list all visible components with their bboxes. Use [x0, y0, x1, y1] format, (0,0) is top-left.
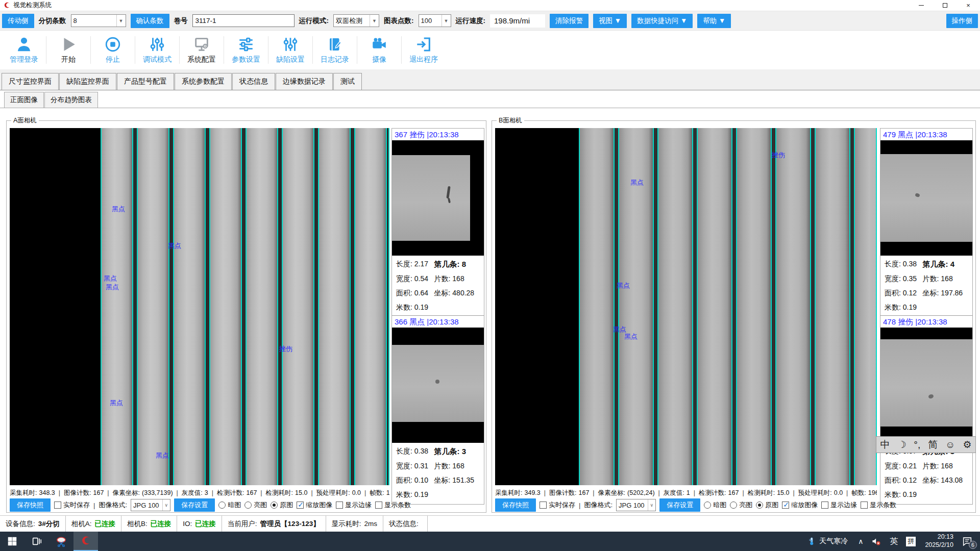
- lang-indicator[interactable]: 英: [886, 532, 902, 551]
- realtime-save-checkbox[interactable]: 实时保存: [54, 500, 90, 510]
- maximize-button[interactable]: [933, 0, 957, 11]
- save-snapshot-button[interactable]: 保存快照: [495, 498, 536, 512]
- chart-points-select[interactable]: 100▼: [419, 14, 451, 27]
- snipping-tool-button[interactable]: [49, 532, 74, 551]
- panel-status-line: 采集耗时:349.3图像计数:167像素坐标:(5202,24)灰度值:1检测计…: [495, 488, 877, 497]
- ime-simplified-mode[interactable]: 简: [928, 438, 938, 452]
- status-segment: 相机A:已连接: [66, 516, 121, 532]
- user-icon: [15, 36, 33, 53]
- show-edge-checkbox[interactable]: 显示边缘: [821, 500, 857, 510]
- volume-muted-icon[interactable]: [867, 532, 886, 551]
- film-image-a[interactable]: 黑点黑点黑点黑点挫伤黑点黑点: [10, 128, 389, 485]
- toolbar-item-param-settings[interactable]: 参数设置: [224, 36, 268, 64]
- show-strip-count-checkbox[interactable]: 显示条数: [375, 500, 411, 510]
- defect-thumbnail: [880, 328, 972, 443]
- drive-side-button[interactable]: 传动侧: [2, 14, 34, 28]
- param-settings-icon: [237, 36, 255, 53]
- snipping-tool-icon: [56, 536, 67, 547]
- radio-dark-image[interactable]: 暗图: [218, 500, 241, 510]
- status-segment: 显示耗时:2ms: [326, 516, 383, 532]
- main-tab[interactable]: 系统参数配置: [175, 73, 232, 90]
- weather-widget[interactable]: 天气寒冷: [801, 532, 854, 551]
- confirm-count-button[interactable]: 确认条数: [131, 14, 169, 28]
- data-quick-access-button[interactable]: 数据快捷访问 ▼: [631, 14, 693, 28]
- main-tab[interactable]: 缺陷监控界面: [59, 73, 116, 90]
- radio-bright-image[interactable]: 亮图: [730, 500, 752, 510]
- ime-chinese-mode[interactable]: 中: [880, 438, 890, 452]
- view-menu-button[interactable]: 视图 ▼: [593, 14, 627, 28]
- debug-mode-icon: [149, 36, 166, 53]
- top-toolbar: 传动侧 分切条数 8▼ 确认条数 卷号 运行模式: 双面检测▼ 图表点数: 10…: [0, 11, 980, 31]
- sub-tab[interactable]: 分布趋势图表: [44, 92, 98, 108]
- help-menu-button[interactable]: 帮助 ▼: [697, 14, 731, 28]
- app-logo-icon: [3, 2, 11, 9]
- close-button[interactable]: ×: [957, 0, 980, 11]
- slit-count-select[interactable]: 8▼: [71, 14, 126, 27]
- toolbar-item-system-config[interactable]: 系统配置: [180, 36, 224, 64]
- play-icon: [60, 36, 77, 53]
- radio-dark-image[interactable]: 暗图: [704, 500, 726, 510]
- image-format-label: 图像格式:: [584, 500, 612, 510]
- defect-title: 367 挫伤 |20:13:38: [392, 129, 484, 140]
- exit-icon: [415, 36, 432, 53]
- toolbar-item-stop[interactable]: 停止: [91, 36, 135, 64]
- image-format-select[interactable]: JPG 100∨: [616, 499, 656, 511]
- camera-a-title: A面相机: [11, 116, 39, 125]
- main-tab-strip: 尺寸监控界面缺陷监控界面产品型号配置系统参数配置状态信息边缘数据记录测试: [0, 71, 980, 90]
- toolbar-item-start[interactable]: 开始: [46, 36, 90, 64]
- show-strip-count-checkbox[interactable]: 显示条数: [861, 500, 896, 510]
- main-tab[interactable]: 边缘数据记录: [276, 73, 333, 90]
- zoom-image-checkbox[interactable]: 缩放图像: [782, 500, 818, 510]
- ime-settings-icon[interactable]: ⚙: [963, 439, 971, 450]
- sub-tab-strip: 正面图像分布趋势图表: [0, 91, 980, 108]
- clear-alarm-button[interactable]: 清除报警: [550, 14, 589, 28]
- clock[interactable]: 20:13 2025/2/10: [920, 533, 959, 549]
- run-mode-select[interactable]: 双面检测▼: [333, 14, 379, 27]
- realtime-save-checkbox[interactable]: 实时保存: [540, 500, 575, 510]
- app-taskbar-icon[interactable]: [74, 532, 98, 551]
- start-button[interactable]: [0, 532, 24, 551]
- panel-controls: 保存快照 实时保存 | 图像格式: JPG 100∨ 保存设置 暗图 亮图 原图…: [495, 498, 877, 512]
- toolbar-item-debug-mode[interactable]: 调试模式: [135, 36, 179, 64]
- icon-toolbar: 管理登录 开始 停止 调试模式 系统配置 参数设置 缺陷设置 日志记录: [0, 31, 980, 69]
- radio-original-image[interactable]: 原图: [756, 500, 778, 510]
- defect-thumbnail: [392, 140, 484, 256]
- main-tab[interactable]: 产品型号配置: [117, 73, 174, 90]
- app-title: 视觉检测系统: [13, 1, 52, 10]
- zoom-image-checkbox[interactable]: 缩放图像: [297, 500, 332, 510]
- save-settings-button[interactable]: 保存设置: [174, 498, 215, 512]
- notification-center-button[interactable]: 6: [959, 532, 980, 551]
- task-view-button[interactable]: [24, 532, 49, 551]
- main-tab[interactable]: 尺寸监控界面: [2, 73, 59, 90]
- defect-thumbnail: [880, 140, 972, 256]
- chart-points-label: 图表点数:: [384, 16, 414, 26]
- tray-expand-caret[interactable]: ∧: [854, 532, 867, 551]
- main-tab[interactable]: 测试: [333, 73, 362, 90]
- defect-label: 黑点: [624, 332, 638, 341]
- roll-number-input[interactable]: [192, 14, 295, 27]
- radio-bright-image[interactable]: 亮图: [244, 500, 267, 510]
- sub-tab[interactable]: 正面图像: [4, 92, 44, 108]
- show-edge-checkbox[interactable]: 显示边缘: [336, 500, 372, 510]
- toolbar-item-log[interactable]: 日志记录: [313, 36, 357, 64]
- image-format-select[interactable]: JPG 100∨: [131, 499, 170, 511]
- toolbar-item-admin-login[interactable]: 管理登录: [2, 36, 46, 64]
- radio-original-image[interactable]: 原图: [271, 500, 293, 510]
- weather-text: 天气寒冷: [819, 537, 848, 546]
- toolbar-item-defect-settings[interactable]: 缺陷设置: [268, 36, 312, 64]
- defect-label: 挫伤: [279, 344, 292, 354]
- defect-title: 366 黑点 |20:13:38: [392, 316, 484, 328]
- toolbar-item-exit[interactable]: 退出程序: [402, 36, 446, 64]
- save-settings-button[interactable]: 保存设置: [659, 498, 700, 512]
- save-snapshot-button[interactable]: 保存快照: [10, 498, 51, 512]
- operate-side-button[interactable]: 操作侧: [946, 14, 978, 28]
- ime-pinyin-icon[interactable]: 拼: [902, 532, 920, 551]
- camera-b-title: B面相机: [497, 116, 524, 125]
- minimize-button[interactable]: [910, 0, 933, 11]
- ime-fullwidth-moon-icon[interactable]: ☽: [897, 439, 906, 450]
- ime-emoji-icon[interactable]: ☺: [945, 439, 955, 450]
- ime-punctuation-mode[interactable]: °,: [914, 439, 920, 450]
- toolbar-item-camera[interactable]: 摄像: [357, 36, 401, 64]
- main-tab[interactable]: 状态信息: [232, 73, 275, 90]
- film-image-b[interactable]: 挫伤黑点黑点黑点黑点: [495, 128, 877, 485]
